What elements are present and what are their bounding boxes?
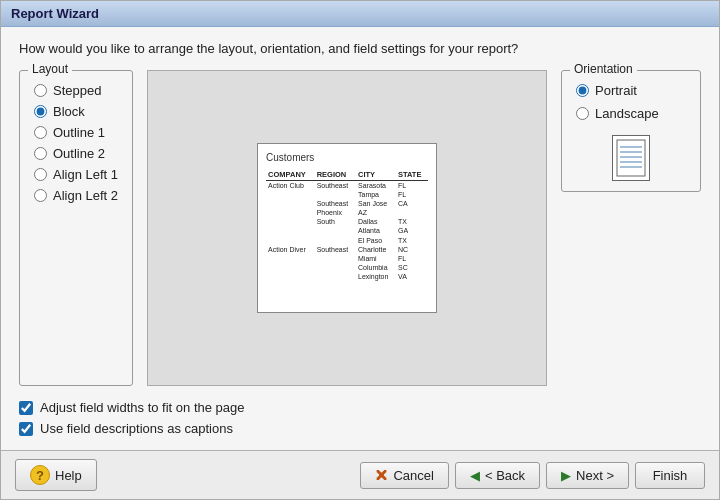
preview-title: Customers bbox=[266, 152, 428, 163]
svg-rect-0 bbox=[617, 140, 645, 176]
table-row: SouthDallasTX bbox=[266, 217, 428, 226]
layout-option-stepped[interactable]: Stepped bbox=[34, 81, 118, 100]
dialog-title: Report Wizard bbox=[11, 6, 99, 21]
layout-label-alignleft1: Align Left 1 bbox=[53, 167, 118, 182]
help-label: Help bbox=[55, 468, 82, 483]
layout-preview: Customers COMPANY REGION CITY STATE Acti… bbox=[147, 70, 547, 386]
layout-radio-block[interactable] bbox=[34, 105, 47, 118]
footer-right: 🗙 Cancel ◀ < Back ▶ Next > Finish bbox=[360, 462, 705, 489]
table-row: Action DiverSoutheastCharlotteNC bbox=[266, 245, 428, 254]
layout-group: Layout Stepped Block Outline 1 Outline 2 bbox=[19, 70, 133, 386]
field-descriptions-label: Use field descriptions as captions bbox=[40, 421, 233, 436]
adjust-widths-label: Adjust field widths to fit on the page bbox=[40, 400, 245, 415]
layout-option-outline2[interactable]: Outline 2 bbox=[34, 144, 118, 163]
page-svg bbox=[616, 139, 646, 177]
next-arrow-icon: ▶ bbox=[561, 468, 571, 483]
field-descriptions-checkbox[interactable] bbox=[19, 422, 33, 436]
dialog-footer: ? Help 🗙 Cancel ◀ < Back ▶ Next > Finish bbox=[1, 450, 719, 499]
finish-button[interactable]: Finish bbox=[635, 462, 705, 489]
layout-label-alignleft2: Align Left 2 bbox=[53, 188, 118, 203]
col-state: STATE bbox=[396, 169, 428, 181]
table-row: ColumbiaSC bbox=[266, 263, 428, 272]
layout-group-label: Layout bbox=[28, 62, 72, 76]
layout-option-block[interactable]: Block bbox=[34, 102, 118, 121]
preview-inner: Customers COMPANY REGION CITY STATE Acti… bbox=[257, 143, 437, 313]
help-icon: ? bbox=[30, 465, 50, 485]
table-row: LexingtonVA bbox=[266, 272, 428, 281]
dialog-title-bar: Report Wizard bbox=[1, 1, 719, 27]
main-row: Layout Stepped Block Outline 1 Outline 2 bbox=[19, 70, 701, 386]
table-row: Action ClubSoutheastSarasotaFL bbox=[266, 181, 428, 191]
layout-label-outline1: Outline 1 bbox=[53, 125, 105, 140]
finish-label: Finish bbox=[653, 468, 688, 483]
report-wizard-dialog: Report Wizard How would you like to arra… bbox=[0, 0, 720, 500]
table-row: TampaFL bbox=[266, 190, 428, 199]
next-label: Next > bbox=[576, 468, 614, 483]
checkbox-field-descriptions[interactable]: Use field descriptions as captions bbox=[19, 421, 701, 436]
table-row: El PasoTX bbox=[266, 236, 428, 245]
back-button[interactable]: ◀ < Back bbox=[455, 462, 540, 489]
cancel-label: Cancel bbox=[393, 468, 433, 483]
layout-option-alignleft1[interactable]: Align Left 1 bbox=[34, 165, 118, 184]
table-row: PhoenixAZ bbox=[266, 208, 428, 217]
table-row: MiamiFL bbox=[266, 254, 428, 263]
footer-left: ? Help bbox=[15, 459, 97, 491]
orientation-label-portrait: Portrait bbox=[595, 83, 637, 98]
orientation-group: Orientation Portrait Landscape bbox=[561, 70, 701, 192]
layout-label-stepped: Stepped bbox=[53, 83, 101, 98]
layout-radio-outline2[interactable] bbox=[34, 147, 47, 160]
layout-option-outline1[interactable]: Outline 1 bbox=[34, 123, 118, 142]
back-arrow-icon: ◀ bbox=[470, 468, 480, 483]
preview-table: COMPANY REGION CITY STATE Action ClubSou… bbox=[266, 169, 428, 281]
cancel-button[interactable]: 🗙 Cancel bbox=[360, 462, 448, 489]
adjust-widths-checkbox[interactable] bbox=[19, 401, 33, 415]
layout-radio-alignleft2[interactable] bbox=[34, 189, 47, 202]
dialog-content: How would you like to arrange the layout… bbox=[1, 27, 719, 450]
help-button[interactable]: ? Help bbox=[15, 459, 97, 491]
layout-label-outline2: Outline 2 bbox=[53, 146, 105, 161]
layout-label-block: Block bbox=[53, 104, 85, 119]
table-row: SoutheastSan JoseCA bbox=[266, 199, 428, 208]
next-button[interactable]: ▶ Next > bbox=[546, 462, 629, 489]
col-company: COMPANY bbox=[266, 169, 315, 181]
checkbox-adjust-widths[interactable]: Adjust field widths to fit on the page bbox=[19, 400, 701, 415]
layout-option-alignleft2[interactable]: Align Left 2 bbox=[34, 186, 118, 205]
cancel-icon: 🗙 bbox=[375, 468, 388, 483]
orientation-label-landscape: Landscape bbox=[595, 106, 659, 121]
portrait-page-icon bbox=[612, 135, 650, 181]
orientation-group-label: Orientation bbox=[570, 62, 637, 76]
back-label: < Back bbox=[485, 468, 525, 483]
orientation-radio-landscape[interactable] bbox=[576, 107, 589, 120]
table-row: AtlantaGA bbox=[266, 226, 428, 235]
layout-radio-stepped[interactable] bbox=[34, 84, 47, 97]
col-city: CITY bbox=[356, 169, 396, 181]
checkboxes-area: Adjust field widths to fit on the page U… bbox=[19, 400, 701, 436]
layout-radio-alignleft1[interactable] bbox=[34, 168, 47, 181]
layout-radio-outline1[interactable] bbox=[34, 126, 47, 139]
orientation-radio-portrait[interactable] bbox=[576, 84, 589, 97]
col-region: REGION bbox=[315, 169, 356, 181]
orientation-option-landscape[interactable]: Landscape bbox=[576, 104, 686, 123]
orientation-icon-area bbox=[576, 135, 686, 181]
wizard-question: How would you like to arrange the layout… bbox=[19, 41, 701, 56]
orientation-option-portrait[interactable]: Portrait bbox=[576, 81, 686, 100]
